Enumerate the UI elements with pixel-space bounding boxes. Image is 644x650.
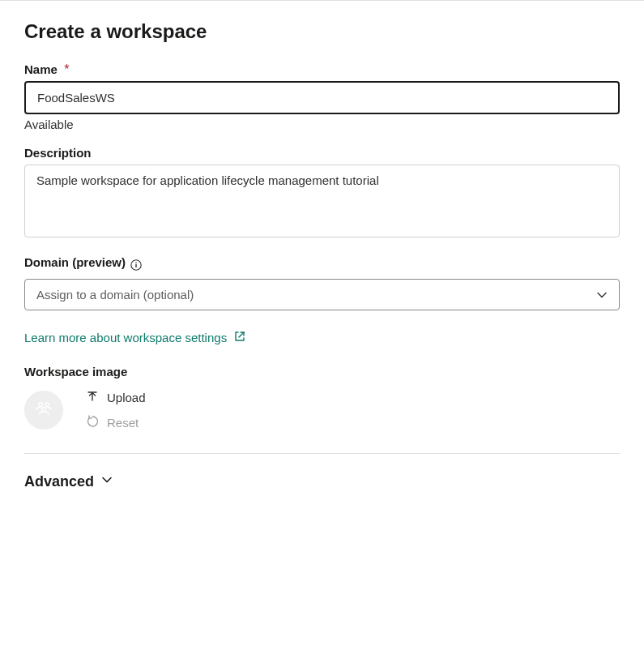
required-indicator: * — [64, 62, 69, 76]
domain-field-group: Domain (preview) Assign to a domain (opt… — [24, 255, 620, 310]
svg-rect-2 — [135, 264, 136, 267]
workspace-image-group: Workspace image — [24, 365, 620, 430]
chevron-down-icon — [100, 473, 113, 490]
learn-more-link[interactable]: Learn more about workspace settings — [24, 330, 246, 345]
domain-label: Domain (preview) — [24, 255, 126, 269]
domain-dropdown[interactable]: Assign to a domain (optional) — [24, 279, 620, 310]
external-link-icon — [233, 330, 246, 345]
advanced-toggle[interactable]: Advanced — [24, 473, 113, 490]
upload-button[interactable]: Upload — [86, 390, 146, 405]
upload-icon — [86, 390, 99, 405]
people-group-icon — [32, 397, 55, 423]
page-title: Create a workspace — [24, 20, 620, 43]
reset-button: Reset — [86, 415, 146, 430]
svg-point-1 — [135, 262, 137, 263]
svg-point-4 — [45, 403, 49, 407]
workspace-image-label: Workspace image — [24, 365, 620, 378]
section-divider — [24, 453, 620, 454]
advanced-label: Advanced — [24, 473, 94, 490]
upload-label: Upload — [107, 391, 146, 404]
description-field-group: Description Sample workspace for applica… — [24, 146, 620, 241]
name-availability-status: Available — [24, 118, 620, 131]
chevron-down-icon — [596, 289, 608, 301]
name-field-group: Name * Available — [24, 62, 620, 131]
reset-icon — [86, 415, 99, 430]
domain-placeholder: Assign to a domain (optional) — [36, 288, 194, 301]
learn-more-text: Learn more about workspace settings — [24, 331, 227, 344]
svg-point-3 — [39, 403, 43, 407]
svg-point-5 — [42, 408, 46, 412]
description-label: Description — [24, 146, 92, 160]
reset-label: Reset — [107, 416, 139, 430]
name-label: Name — [24, 62, 58, 76]
description-input[interactable]: Sample workspace for application lifecyc… — [24, 165, 620, 237]
workspace-avatar-placeholder — [24, 391, 63, 430]
info-icon[interactable] — [130, 259, 142, 271]
name-input[interactable] — [24, 81, 620, 114]
